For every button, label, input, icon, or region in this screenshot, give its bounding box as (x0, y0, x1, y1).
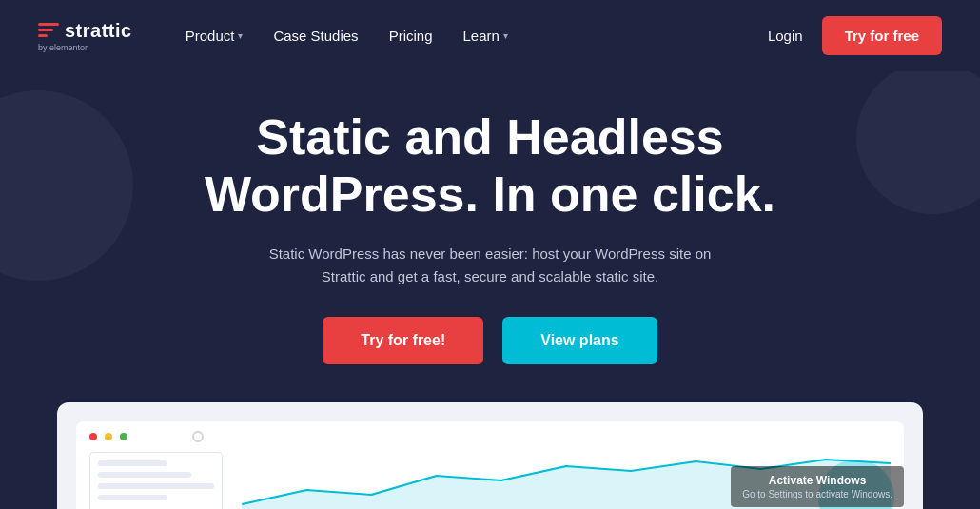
try-free-hero-button[interactable]: Try for free! (323, 317, 483, 364)
logo-icon (38, 23, 59, 37)
login-button[interactable]: Login (768, 28, 803, 44)
windows-activation-notice: Activate Windows Go to Settings to activ… (731, 466, 904, 507)
sidebar-line (98, 460, 167, 466)
sidebar-line (98, 472, 191, 478)
windows-title: Activate Windows (742, 474, 892, 487)
sidebar-line (98, 495, 167, 500)
nav-links: Product ▾ Case Studies Pricing Learn ▾ (170, 20, 768, 51)
sidebar-line (98, 483, 214, 489)
navbar: strattic by elementor Product ▾ Case Stu… (0, 0, 980, 71)
nav-right: Login Try for free (768, 16, 942, 55)
hero-buttons: Try for free! View plans (38, 317, 942, 364)
browser-dot-red (89, 433, 97, 440)
browser-dot-yellow (105, 433, 112, 440)
hero-section: Static and Headless WordPress. In one cl… (0, 71, 980, 509)
browser-url-circle (192, 431, 204, 442)
try-free-nav-button[interactable]: Try for free (822, 16, 942, 55)
hero-subtitle: Static WordPress has never been easier: … (262, 243, 718, 288)
nav-item-learn[interactable]: Learn ▾ (447, 20, 522, 51)
nav-item-case-studies[interactable]: Case Studies (258, 20, 373, 51)
browser-dot-green (120, 433, 127, 440)
view-plans-button[interactable]: View plans (502, 317, 657, 364)
logo-sub: by elementor (38, 43, 88, 52)
chevron-down-icon: ▾ (238, 30, 243, 41)
nav-item-pricing[interactable]: Pricing (374, 20, 448, 51)
chevron-down-icon-learn: ▾ (503, 30, 508, 41)
preview-section: Activate Windows Go to Settings to activ… (57, 402, 923, 509)
browser-sidebar (89, 452, 223, 509)
hero-title: Static and Headless WordPress. In one cl… (38, 109, 942, 224)
browser-bar (89, 431, 891, 442)
logo-name: strattic (65, 20, 132, 42)
windows-sub: Go to Settings to activate Windows. (742, 489, 892, 499)
nav-item-product[interactable]: Product ▾ (170, 20, 259, 51)
logo[interactable]: strattic by elementor (38, 20, 132, 52)
